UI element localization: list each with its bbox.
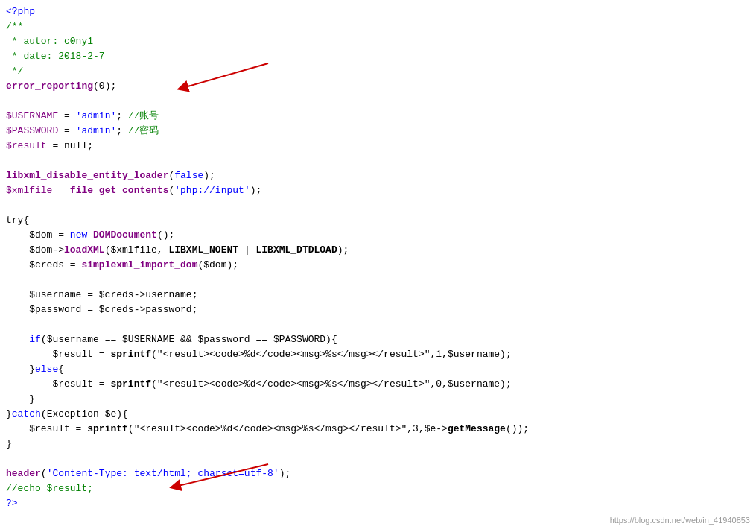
code-editor: <?php /** * autor: c0ny1 * date: 2018-2-… — [0, 0, 756, 532]
line-19 — [6, 273, 756, 288]
line-4: * date: 2018-2-7 — [6, 49, 756, 64]
line-22 — [6, 317, 756, 332]
line-20: $username = $creds->username; — [6, 288, 756, 303]
line-31 — [6, 452, 756, 466]
line-1: <?php — [6, 4, 756, 19]
line-21: $password = $creds->password; — [6, 303, 756, 317]
line-8: $USERNAME = 'admin'; //账号 — [6, 109, 756, 124]
line-24: $result = sprintf("<result><code>%d</cod… — [6, 347, 756, 362]
line-16: $dom = new DOMDocument(); — [6, 228, 756, 243]
line-11 — [6, 153, 756, 168]
line-28: }catch(Exception $e){ — [6, 407, 756, 422]
line-2: /** — [6, 19, 756, 34]
line-6: error_reporting(0); — [6, 79, 756, 94]
line-32: header('Content-Type: text/html; charset… — [6, 466, 756, 481]
line-17: $dom->loadXML($xmlfile, LIBXML_NOENT | L… — [6, 243, 756, 258]
line-9: $PASSWORD = 'admin'; //密码 — [6, 124, 756, 139]
line-27: } — [6, 392, 756, 407]
line-3: * autor: c0ny1 — [6, 34, 756, 49]
line-30: } — [6, 437, 756, 452]
line-12: libxml_disable_entity_loader(false); — [6, 168, 756, 183]
line-25: }else{ — [6, 362, 756, 377]
line-18: $creds = simplexml_import_dom($dom); — [6, 258, 756, 273]
line-14 — [6, 198, 756, 213]
line-5: */ — [6, 64, 756, 79]
line-13: $xmlfile = file_get_contents('php://inpu… — [6, 183, 756, 198]
line-26: $result = sprintf("<result><code>%d</cod… — [6, 377, 756, 392]
line-34: ?> — [6, 496, 756, 511]
line-23: if($username == $USERNAME && $password =… — [6, 332, 756, 347]
watermark: https://blog.csdn.net/web/in_41940853 — [610, 514, 750, 527]
line-15: try{ — [6, 213, 756, 228]
line-7 — [6, 94, 756, 109]
line-10: $result = null; — [6, 139, 756, 153]
line-33: //echo $result; — [6, 481, 756, 496]
line-29: $result = sprintf("<result><code>%d</cod… — [6, 422, 756, 437]
